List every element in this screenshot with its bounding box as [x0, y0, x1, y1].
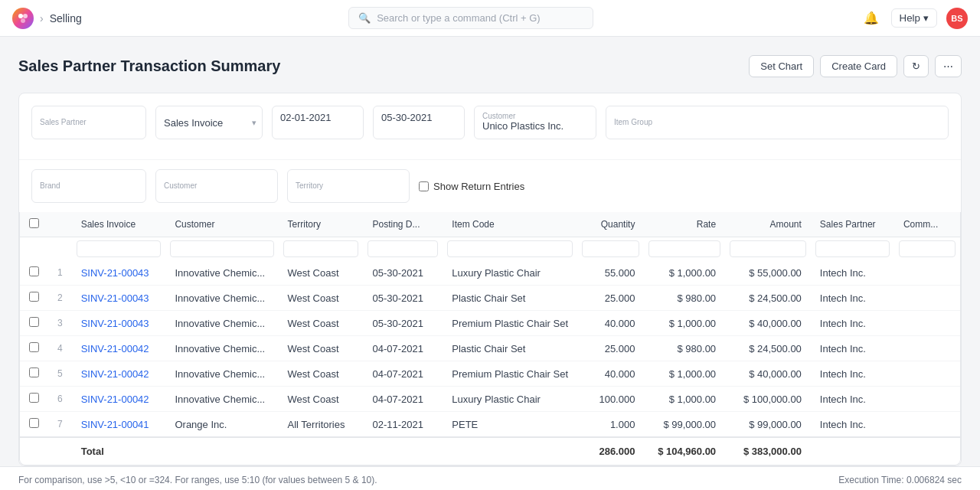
filter-customer-input[interactable] [170, 240, 273, 257]
search-bar[interactable]: 🔍 Search or type a command (Ctrl + G) [348, 7, 593, 29]
header-territory[interactable]: Territory [279, 212, 364, 237]
header-sales-partner[interactable]: Sales Partner [811, 212, 894, 237]
sales-partner-filter[interactable]: Sales Partner [31, 106, 146, 139]
column-filter-row [20, 237, 960, 261]
row-num: 6 [48, 387, 72, 412]
filter-table-container: Sales Partner Sales Invoice 02-01-2021 0… [18, 93, 962, 466]
filter-qty-input[interactable] [582, 240, 639, 257]
row-checkbox[interactable] [29, 266, 39, 276]
show-return-entries-label[interactable]: Show Return Entries [433, 181, 524, 192]
header-sales-invoice[interactable]: Sales Invoice [72, 212, 166, 237]
header-comm[interactable]: Comm... [894, 212, 960, 237]
row-checkbox[interactable] [29, 342, 39, 352]
row-checkbox[interactable] [29, 317, 39, 327]
customer-filter[interactable]: Customer [155, 169, 278, 203]
filter-comm-input[interactable] [899, 240, 956, 257]
cell-quantity: 40.000 [577, 311, 644, 336]
cell-invoice[interactable]: SINV-21-00043 [72, 260, 166, 286]
filter-col-territory [279, 237, 364, 261]
header-rate[interactable]: Rate [644, 212, 725, 237]
row-num: 3 [48, 311, 72, 336]
cell-territory: West Coast [279, 361, 364, 387]
notification-bell-button[interactable]: 🔔 [861, 8, 882, 28]
more-options-button[interactable]: ⋯ [935, 55, 962, 77]
cell-customer: Innovative Chemic... [165, 387, 278, 412]
cell-quantity: 100.000 [577, 387, 644, 412]
filter-territory-input[interactable] [283, 240, 359, 257]
cell-invoice[interactable]: SINV-21-00041 [72, 412, 166, 438]
customer-label: Customer [164, 181, 270, 190]
row-num: 7 [48, 412, 72, 438]
row-checkbox[interactable] [29, 393, 39, 403]
set-chart-button[interactable]: Set Chart [749, 55, 814, 77]
cell-rate: $ 1,000.00 [644, 361, 725, 387]
cell-invoice[interactable]: SINV-21-00043 [72, 311, 166, 336]
cell-date: 05-30-2021 [363, 260, 443, 286]
header-checkbox-cell [20, 212, 48, 237]
select-all-checkbox[interactable] [29, 218, 39, 228]
header-amount[interactable]: Amount [725, 212, 811, 237]
cell-partner: Intech Inc. [811, 336, 894, 361]
cell-territory: West Coast [279, 311, 364, 336]
filter-invoice-input[interactable] [77, 240, 162, 257]
cell-quantity: 40.000 [577, 361, 644, 387]
cell-item: Luxury Plastic Chair [443, 387, 577, 412]
create-card-button[interactable]: Create Card [820, 55, 897, 77]
filter-amount-input[interactable] [730, 240, 806, 257]
total-num-cell [48, 437, 72, 465]
cell-date: 04-07-2021 [363, 387, 443, 412]
data-table: Sales Invoice Customer Territory Posting… [20, 212, 960, 465]
filter-item-input[interactable] [447, 240, 573, 257]
customer-value-filter[interactable]: Customer Unico Plastics Inc. [474, 106, 596, 139]
date-to-filter[interactable]: 05-30-2021 [373, 106, 465, 139]
cell-customer: Innovative Chemic... [165, 361, 278, 387]
cell-rate: $ 1,000.00 [644, 311, 725, 336]
table-row: 1 SINV-21-00043 Innovative Chemic... Wes… [20, 260, 960, 286]
header-customer[interactable]: Customer [165, 212, 278, 237]
table-row: 6 SINV-21-00042 Innovative Chemic... Wes… [20, 387, 960, 412]
cell-invoice[interactable]: SINV-21-00042 [72, 336, 166, 361]
help-label: Help [900, 12, 920, 24]
cell-quantity: 1.000 [577, 412, 644, 438]
cell-invoice[interactable]: SINV-21-00042 [72, 361, 166, 387]
row-checkbox[interactable] [29, 292, 39, 302]
breadcrumb-selling[interactable]: Selling [50, 12, 82, 24]
item-group-filter[interactable]: Item Group [606, 106, 949, 139]
refresh-button[interactable]: ↻ [903, 55, 929, 77]
item-group-label: Item Group [614, 118, 940, 126]
header-item-code[interactable]: Item Code [443, 212, 577, 237]
header-posting-date[interactable]: Posting D... [363, 212, 443, 237]
user-avatar[interactable]: BS [946, 8, 968, 29]
show-return-entries-checkbox[interactable] [419, 181, 429, 191]
total-check-cell [20, 437, 48, 465]
topnav: › Selling 🔍 Search or type a command (Ct… [0, 0, 980, 37]
header-quantity[interactable]: Quantity [577, 212, 644, 237]
cell-invoice[interactable]: SINV-21-00042 [72, 387, 166, 412]
table-row: 7 SINV-21-00041 Orange Inc. All Territor… [20, 412, 960, 438]
cell-invoice[interactable]: SINV-21-00043 [72, 286, 166, 311]
filter-rate-input[interactable] [648, 240, 720, 257]
table-header-row: Sales Invoice Customer Territory Posting… [20, 212, 960, 237]
cell-item: Premium Plastic Chair Set [443, 361, 577, 387]
total-item [443, 437, 577, 465]
help-button[interactable]: Help ▾ [891, 8, 937, 28]
sales-invoice-select[interactable]: Sales Invoice [155, 106, 263, 139]
cell-customer: Innovative Chemic... [165, 311, 278, 336]
cell-comm [894, 412, 960, 438]
total-date [363, 437, 443, 465]
page-title: Sales Partner Transaction Summary [18, 57, 280, 75]
page-header: Sales Partner Transaction Summary Set Ch… [18, 55, 962, 77]
row-check [20, 361, 48, 387]
territory-filter[interactable]: Territory [287, 169, 410, 203]
filter-partner-input[interactable] [815, 240, 890, 257]
cell-amount: $ 55,000.00 [725, 260, 811, 286]
row-checkbox[interactable] [29, 368, 39, 377]
cell-partner: Intech Inc. [811, 286, 894, 311]
date-from-filter[interactable]: 02-01-2021 [272, 106, 364, 139]
filter-col-num [48, 237, 72, 261]
total-label: Total [72, 437, 166, 465]
cell-rate: $ 980.00 [644, 286, 725, 311]
row-checkbox[interactable] [29, 418, 39, 428]
brand-filter[interactable]: Brand [31, 169, 146, 203]
filter-date-input[interactable] [368, 240, 438, 257]
